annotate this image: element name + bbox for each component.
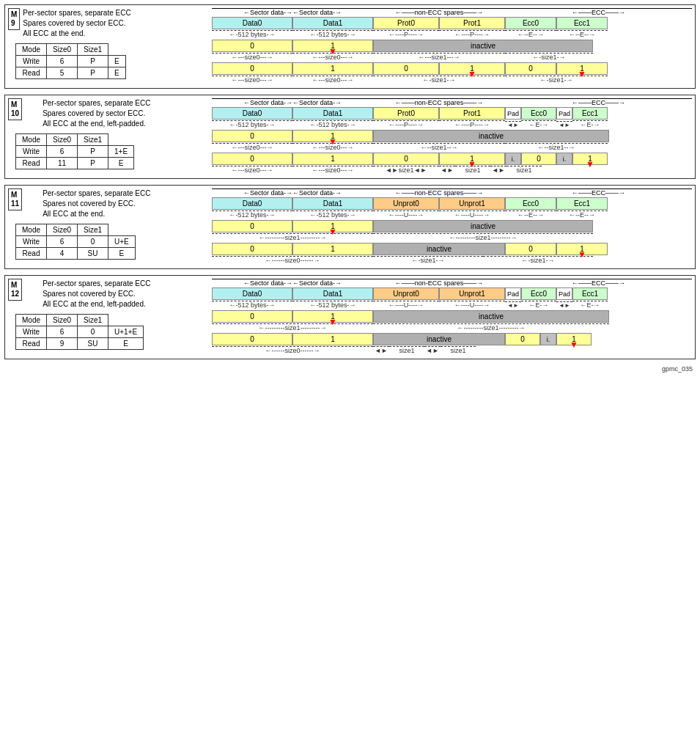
col-headers-m9: Data0 Data1 Prot0 Prot1 Ecc0 Ecc1 (212, 17, 692, 29)
cell-size0: 0 (78, 326, 108, 338)
col-data0: Data0 (212, 197, 292, 210)
cell-mode: 9 (47, 338, 78, 350)
col-ecc1: Ecc1 (572, 107, 608, 120)
read-row-m9: 0 1 0 1▼ 0 1▼ (212, 62, 692, 75)
left-panel-m12: M 12 Per-sector spares, separate ECC Spa… (8, 279, 206, 356)
byte-label-ecc1: ←E-→ (572, 301, 608, 309)
right-panel-m11: ←Sector data-→←Sector data-→ ←——non-ECC … (206, 188, 692, 265)
top-arrows-m10: ←Sector data-→←Sector data-→ ←——non-ECC … (212, 98, 692, 106)
cell-read: Read (16, 338, 47, 350)
col-headers-m10: Data0 Data1 Prot0 Prot1 Pad Ecc0 Pad Ecc… (212, 107, 692, 120)
write-inactive: inactive (373, 130, 609, 142)
cell-size0: P (78, 56, 108, 67)
byte-label-prot1: ←----P----→ (439, 30, 505, 38)
col-data1: Data1 (292, 107, 373, 120)
read-val-1: 1 (292, 333, 373, 345)
cell-size1: E (108, 56, 126, 67)
right-panel-m10: ←Sector data-→←Sector data-→ ←——non-ECC … (206, 98, 692, 175)
byte-label-data1: ←-512 bytes-→ (292, 120, 373, 128)
cell-mode: 6 (47, 326, 78, 338)
section-id-m9: M 9 (8, 8, 20, 30)
read-size-pad0: ◄► (373, 346, 389, 354)
table-row: Write 6 P E (16, 56, 126, 67)
col-unprot1: Unprot1 (439, 287, 505, 300)
section-id-m11: M 11 (8, 188, 22, 210)
read-val-ecc1: 1▼ (556, 243, 608, 255)
footer: gpmc_035 (4, 365, 696, 373)
read-size-0: ←---size0---→ (212, 166, 292, 174)
write-val-1: 1▼ (292, 40, 373, 52)
col-header-size0: Size0 (47, 224, 78, 236)
read-size-0: ←------size0------→ (212, 256, 373, 264)
col-ecc1: Ecc1 (556, 197, 608, 210)
read-val-ecc0: 0 (521, 153, 556, 165)
byte-label-data0: ←-512 bytes-→ (212, 30, 292, 38)
section-id-m10: M 10 (8, 98, 22, 120)
read-size-2: ←-size1-→ (483, 256, 593, 264)
byte-label-data0: ←-512 bytes-→ (212, 301, 292, 309)
col-header-mode: Mode (16, 134, 47, 146)
read-size-pad0: ◄► (439, 166, 455, 174)
read-val-pad: i. (540, 333, 556, 345)
read-size-2: ◄►size1◄► (373, 166, 439, 174)
col-header-size1: Size1 (78, 134, 108, 146)
write-size-3: ←--size1--→ (505, 143, 608, 151)
read-val-2: 0 (373, 62, 439, 75)
write-row-m9: 0 1▼ inactive (212, 40, 692, 52)
byte-label-unprot0: ←----U----→ (373, 301, 439, 309)
byte-labels-m9: ←-512 bytes-→ ←-512 bytes-→ ←----P----→ … (212, 30, 692, 38)
col-ecc0: Ecc0 (521, 287, 556, 300)
col-headers-m12: Data0 Data1 Unprot0 Unprot1 Pad Ecc0 Pad… (212, 287, 692, 300)
read-size-0: ←------size0------→ (212, 346, 373, 354)
table-row: Write 6 P 1+E (16, 146, 134, 158)
col-header-mode: Mode (16, 44, 47, 56)
write-inactive: inactive (373, 310, 609, 323)
cell-mode: 6 (47, 236, 78, 248)
byte-label-prot1: ←----P----→ (439, 120, 505, 128)
read-size-3: ←-size1-→ (505, 76, 608, 84)
right-panel-m12: ←Sector data-→←Sector data-→ ←——non-ECC … (206, 279, 692, 356)
byte-label-pad0: ◄► (505, 121, 521, 128)
col-pad1: Pad (556, 287, 572, 300)
cell-read: Read (16, 67, 47, 79)
byte-label-ecc0: ←--E--→ (505, 30, 556, 38)
col-data1: Data1 (292, 197, 373, 210)
cell-size0: P (78, 146, 108, 158)
left-panel-m9: M 9 Per-sector spares, separate ECC Spar… (8, 8, 206, 85)
write-val-0: 0 (212, 310, 292, 323)
cell-size1: E (108, 248, 136, 260)
cell-size1: U+1+E (108, 326, 144, 338)
write-val-0: 0 (212, 130, 292, 142)
col-data0: Data0 (212, 17, 292, 29)
col-prot1: Prot1 (439, 17, 505, 29)
read-row-m12: 0 1 inactive 0 i. 1▼ (212, 333, 692, 345)
cell-read: Read (16, 158, 47, 169)
byte-labels-m11: ←-512 bytes-→ ←-512 bytes-→ ←----U----→ … (212, 210, 692, 219)
write-size-m11: ←---------size1---------→ ←---------size… (212, 233, 692, 241)
mode-table-m9: Mode Size0 Size1 Write 6 P E Read 5 P E (15, 43, 126, 79)
top-arrows-m12: ←Sector data-→←Sector data-→ ←——non-ECC … (212, 279, 692, 287)
byte-label-ecc1: ←E-→ (572, 120, 608, 128)
table-row: Write 6 0 U+1+E (16, 326, 144, 338)
mode-table-m11: Mode Size0 Size1 Write 6 0 U+E Read 4 SU… (15, 224, 136, 260)
read-val-5: 1▼ (556, 62, 608, 75)
write-size-0: ←---------size1---------→ (212, 323, 373, 331)
write-size-0: ←---size0---→ (212, 143, 292, 151)
byte-label-data1: ←-512 bytes-→ (292, 30, 373, 38)
col-unprot0: Unprot0 (373, 197, 439, 210)
top-arrows-m11: ←Sector data-→←Sector data-→ ←——non-ECC … (212, 188, 692, 197)
read-val-ecc0: 0 (505, 333, 540, 345)
byte-label-data0: ←-512 bytes-→ (212, 120, 292, 128)
read-val-0: 0 (212, 62, 292, 75)
cell-size0: P (78, 67, 108, 79)
byte-label-unprot1: ←----U----→ (439, 210, 505, 219)
write-size-3: ←-size1-→ (505, 53, 593, 61)
read-val-pad0: i. (505, 153, 521, 165)
byte-label-prot0: ←----P----→ (373, 30, 439, 38)
section-m11: M 11 Per-sector spares, separate ECC Spa… (4, 185, 696, 269)
cell-write: Write (16, 326, 47, 338)
read-val-2: 0 (373, 153, 439, 165)
cell-read: Read (16, 248, 47, 260)
write-row-m10: 0 1▼ inactive (212, 130, 692, 142)
cell-size1: E (108, 158, 134, 169)
